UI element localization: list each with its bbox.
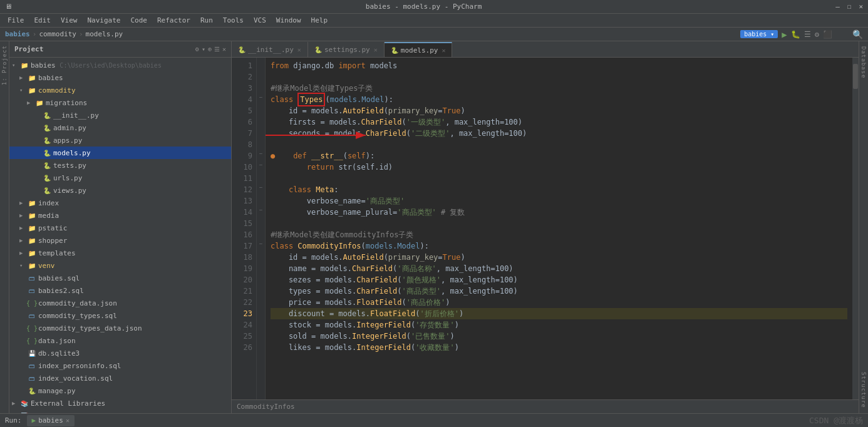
- tree-item-media[interactable]: ▶ 📁 media: [9, 209, 231, 222]
- tab-models-py[interactable]: 🐍 models.py ✕: [385, 42, 453, 57]
- tree-item-templates[interactable]: ▶ 📁 templates: [9, 247, 231, 259]
- tab-init-py[interactable]: 🐍 __init__.py ✕: [232, 42, 308, 57]
- expand-arrow-babies[interactable]: ▾: [12, 62, 19, 68]
- tree-item-babies-root[interactable]: ▾ 📁 babies C:\Users\ied\Desktop\babies: [9, 59, 231, 71]
- tree-item-apps-py[interactable]: 🐍 apps.py: [9, 134, 231, 147]
- tab-close-init[interactable]: ✕: [297, 46, 301, 53]
- project-close-icon[interactable]: ✕: [222, 46, 226, 53]
- tree-item-commodity-data-json[interactable]: { } commodity_data.json: [9, 297, 231, 309]
- menu-refactor[interactable]: Refactor: [152, 15, 195, 26]
- tree-item-tests-py[interactable]: 🐍 tests.py: [9, 159, 231, 172]
- tree-item-commodity-types-sql[interactable]: 🗃 commodity_types.sql: [9, 309, 231, 322]
- menu-navigate[interactable]: Navigate: [83, 15, 126, 26]
- expand-arrow-migrations[interactable]: ▶: [27, 100, 34, 106]
- tree-label-index-vocation-sql: index_vocation.sql: [38, 374, 113, 383]
- tree-item-babies-dir[interactable]: ▶ 📁 babies: [9, 71, 231, 84]
- tree-label-apps-py: apps.py: [53, 136, 82, 145]
- tree-item-urls-py[interactable]: 🐍 urls.py: [9, 172, 231, 184]
- code-content[interactable]: from django.db import models #继承Model类创建…: [266, 58, 852, 399]
- project-gear-icon[interactable]: ☰: [214, 46, 220, 53]
- tree-item-external-libs[interactable]: ▶ 📚 External Libraries: [9, 397, 231, 409]
- fold-8: [257, 136, 265, 148]
- py-icon-models: 🐍: [42, 148, 52, 158]
- tree-item-migrations[interactable]: ▶ 📁 migrations: [9, 96, 231, 109]
- tree-item-commodity-types-data-json[interactable]: { } commodity_types_data.json: [9, 322, 231, 334]
- tree-label-manage-py: manage.py: [38, 387, 76, 395]
- tree-item-index-vocation-sql[interactable]: 🗃 index_vocation.sql: [9, 372, 231, 384]
- tree-label-babies-dir: babies: [38, 74, 63, 82]
- debug-button[interactable]: 🐛: [791, 30, 800, 39]
- fold-19: [257, 260, 265, 272]
- menu-tools[interactable]: Tools: [218, 15, 249, 26]
- py-icon-views: 🐍: [42, 185, 52, 195]
- tree-item-init-py[interactable]: 🐍 __init__.py: [9, 109, 231, 121]
- tree-item-db-sqlite3[interactable]: 💾 db.sqlite3: [9, 347, 231, 359]
- line-num-6: 6: [232, 116, 252, 128]
- tree-item-views-py[interactable]: 🐍 views.py: [9, 184, 231, 197]
- tree-item-admin-py[interactable]: 🐍 admin.py: [9, 121, 231, 134]
- run-tab-label: babies: [38, 416, 63, 424]
- menu-vcs[interactable]: VCS: [249, 15, 271, 26]
- tree-item-index-personinfo-sql[interactable]: 🗃 index_personinfo.sql: [9, 359, 231, 372]
- maximize-button[interactable]: ☐: [847, 3, 852, 11]
- tree-item-pstatic[interactable]: ▶ 📁 pstatic: [9, 222, 231, 234]
- breadcrumb-file[interactable]: models.py: [86, 30, 123, 38]
- expand-arrow-commodity[interactable]: ▾: [19, 87, 27, 93]
- menu-run[interactable]: Run: [195, 15, 218, 26]
- tree-item-shopper[interactable]: ▶ 📁 shopper: [9, 234, 231, 247]
- fold-18: [257, 249, 265, 260]
- tree-label-external-libs: External Libraries: [31, 399, 105, 408]
- coverage-button[interactable]: ☰: [804, 30, 811, 39]
- menu-code[interactable]: Code: [125, 15, 152, 26]
- tree-item-data-json[interactable]: { } data.json: [9, 334, 231, 347]
- project-dropdown[interactable]: babies ▾: [740, 30, 778, 38]
- fold-gutter: − − − − − −: [257, 58, 266, 399]
- tree-item-scratches[interactable]: ▶ 📝 Scratches and Consoles: [9, 409, 231, 413]
- menu-help[interactable]: Help: [306, 15, 333, 26]
- project-settings-icon[interactable]: ⚙: [195, 46, 199, 53]
- project-tool-label[interactable]: 1: Project: [0, 41, 9, 89]
- tree-item-babies-sql[interactable]: 🗃 babies.sql: [9, 272, 231, 284]
- tab-close-settings[interactable]: ✕: [374, 46, 378, 53]
- run-bar: Run: ▶ babies ✕ CSDN @渡渡杨: [0, 413, 868, 427]
- structure-tab-right[interactable]: Structure: [859, 367, 868, 413]
- menu-file[interactable]: File: [3, 15, 29, 26]
- line-num-13: 13: [232, 195, 252, 207]
- tree-item-commodity[interactable]: ▾ 📁 commodity: [9, 84, 231, 96]
- tab-settings-py[interactable]: 🐍 settings.py ✕: [308, 42, 385, 57]
- project-expand-icon[interactable]: ▾: [202, 46, 205, 53]
- tree-item-index[interactable]: ▶ 📁 index: [9, 197, 231, 209]
- tree-item-models-py[interactable]: 🐍 models.py: [9, 147, 231, 159]
- db-icon-sqlite3: 💾: [27, 348, 37, 358]
- menu-edit[interactable]: Edit: [29, 15, 56, 26]
- stop-button[interactable]: ⬛: [823, 30, 832, 39]
- menu-window[interactable]: Window: [271, 15, 306, 26]
- project-collapse-icon[interactable]: ⊕: [208, 46, 212, 53]
- breadcrumb-commodity[interactable]: commodity: [39, 30, 76, 38]
- folder-icon-media: 📁: [27, 210, 37, 220]
- menu-view[interactable]: View: [56, 15, 83, 26]
- search-icon[interactable]: 🔍: [852, 29, 863, 39]
- fold-2: [257, 69, 265, 80]
- fold-21: [257, 283, 265, 294]
- tab-close-models[interactable]: ✕: [442, 47, 445, 54]
- tree-label-models-py: models.py: [53, 149, 91, 157]
- run-button[interactable]: ▶: [782, 29, 787, 39]
- folder-icon-babies-dir: 📁: [27, 73, 37, 83]
- code-line-15: [271, 218, 847, 229]
- expand-arrow-babies-dir[interactable]: ▶: [19, 75, 27, 81]
- tree-label-commodity-data-json: commodity_data.json: [38, 299, 117, 307]
- minimize-button[interactable]: —: [835, 3, 840, 11]
- title-bar-left: 🖥: [5, 3, 12, 11]
- tree-label-babies2-sql: babies2.sql: [38, 287, 84, 295]
- line-num-15: 15: [232, 218, 252, 229]
- close-button[interactable]: ✕: [859, 3, 863, 11]
- run-tab-babies[interactable]: ▶ babies ✕: [27, 415, 75, 426]
- breadcrumb-project[interactable]: babies: [5, 30, 30, 38]
- tree-item-venv[interactable]: ▾ 📁 venv: [9, 259, 231, 272]
- profile-button[interactable]: ⚙: [815, 30, 819, 39]
- tree-item-babies2-sql[interactable]: 🗃 babies2.sql: [9, 284, 231, 297]
- run-tab-close[interactable]: ✕: [66, 417, 70, 424]
- database-tab[interactable]: Database: [859, 41, 868, 83]
- tree-item-manage-py[interactable]: 🐍 manage.py: [9, 384, 231, 397]
